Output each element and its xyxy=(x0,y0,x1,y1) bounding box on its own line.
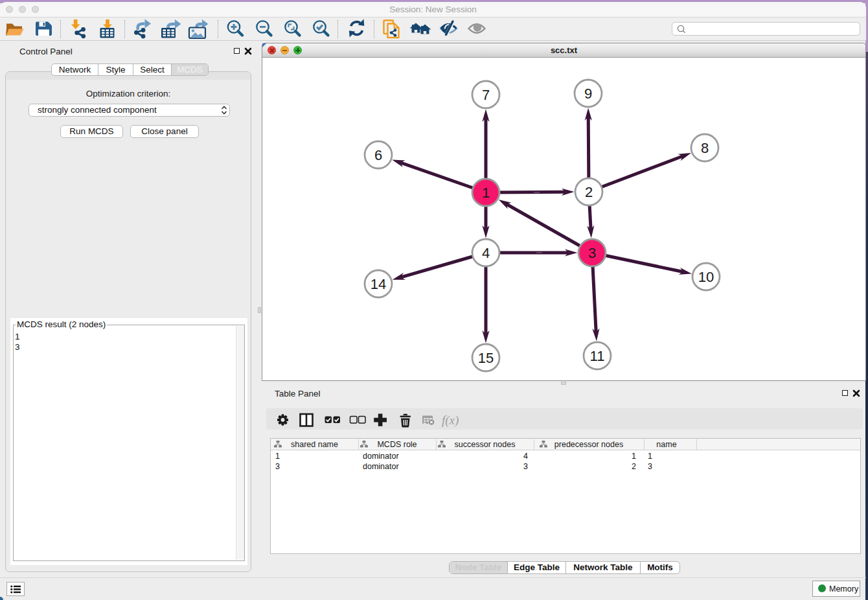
svg-text:3: 3 xyxy=(588,245,596,261)
svg-text:9: 9 xyxy=(584,86,592,102)
svg-text:6: 6 xyxy=(374,147,382,163)
svg-text:10: 10 xyxy=(698,269,714,285)
svg-text:2: 2 xyxy=(585,184,593,200)
svg-text:8: 8 xyxy=(701,140,709,156)
svg-text:15: 15 xyxy=(478,350,494,366)
svg-text:1: 1 xyxy=(482,185,490,201)
svg-text:11: 11 xyxy=(590,348,605,364)
svg-text:7: 7 xyxy=(482,87,490,103)
svg-text:4: 4 xyxy=(482,245,490,261)
svg-text:f(x): f(x) xyxy=(442,413,459,428)
svg-text:14: 14 xyxy=(371,276,386,292)
